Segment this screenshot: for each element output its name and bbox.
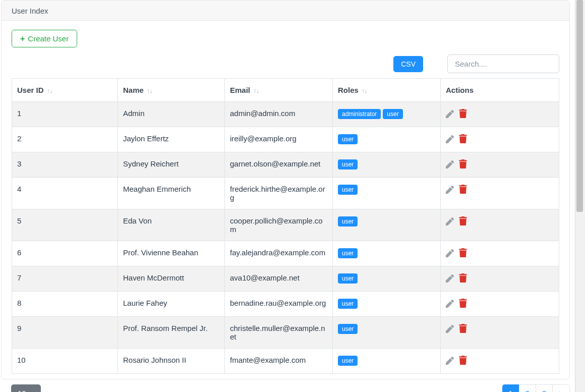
trash-icon <box>459 109 467 118</box>
page-3[interactable]: 3 <box>536 384 553 392</box>
cell-user-id: 4 <box>12 178 118 209</box>
cell-user-id: 3 <box>12 152 118 178</box>
table-row: 1Adminadmin@admin.comadministratoruser <box>12 102 559 127</box>
edit-button[interactable] <box>446 217 454 226</box>
cell-user-id: 8 <box>12 292 118 317</box>
delete-button[interactable] <box>459 134 467 143</box>
cell-actions <box>441 266 559 292</box>
cell-name: Rosario Johnson II <box>118 349 225 374</box>
page-next[interactable]: > <box>552 384 570 392</box>
delete-button[interactable] <box>459 356 467 365</box>
delete-button[interactable] <box>459 273 467 283</box>
cell-email: garnet.olson@example.net <box>225 152 333 178</box>
column-header-name[interactable]: Name ↑↓ <box>118 79 225 102</box>
cell-email: ireilly@example.org <box>225 127 333 152</box>
csv-label: CSV <box>401 60 416 68</box>
cell-roles: user <box>333 292 441 317</box>
card-header: User Index <box>2 1 569 21</box>
column-header-roles[interactable]: Roles ↑↓ <box>333 79 441 102</box>
table-row: 6Prof. Vivienne Beahanfay.alejandra@exam… <box>12 241 559 266</box>
edit-button[interactable] <box>446 357 454 365</box>
edit-button[interactable] <box>446 160 454 169</box>
table-row: 3Sydney Reichertgarnet.olson@example.net… <box>12 152 559 178</box>
create-user-button[interactable]: + Create User <box>12 30 77 47</box>
trash-icon <box>459 273 467 283</box>
cell-email: christelle.muller@example.net <box>225 317 333 349</box>
create-user-label: Create User <box>28 34 69 43</box>
role-badge: user <box>338 216 358 227</box>
role-badge: user <box>338 159 358 170</box>
cell-actions <box>441 349 559 374</box>
page-title: User Index <box>12 7 48 15</box>
cell-actions <box>441 127 559 152</box>
edit-button[interactable] <box>446 186 454 194</box>
cell-roles: administratoruser <box>333 102 441 127</box>
page-1[interactable]: 1 <box>502 384 519 392</box>
delete-button[interactable] <box>459 109 467 118</box>
delete-button[interactable] <box>459 216 467 226</box>
role-badge: user <box>338 324 358 334</box>
cell-roles: user <box>333 349 441 374</box>
cell-actions <box>441 102 559 127</box>
sort-arrows-icon: ↑↓ <box>47 87 52 94</box>
search-input[interactable] <box>447 54 559 73</box>
pencil-icon <box>446 186 454 194</box>
sort-arrows-icon: ↑↓ <box>362 87 367 94</box>
cell-roles: user <box>333 127 441 152</box>
table-row: 10Rosario Johnson IIfmante@example.comus… <box>12 349 559 374</box>
cell-roles: user <box>333 209 441 241</box>
role-badge: user <box>338 356 358 366</box>
cell-email: fay.alejandra@example.com <box>225 241 333 266</box>
page-size-value: 10 <box>18 389 26 392</box>
edit-button[interactable] <box>446 325 454 333</box>
role-badge: user <box>338 185 358 195</box>
edit-button[interactable] <box>446 300 454 308</box>
cell-name: Jaylon Effertz <box>118 127 225 152</box>
column-header-user-id[interactable]: User ID ↑↓ <box>12 79 118 102</box>
delete-button[interactable] <box>459 299 467 308</box>
edit-button[interactable] <box>446 249 454 257</box>
cell-user-id: 9 <box>12 317 118 349</box>
sort-arrows-icon: ↑↓ <box>147 87 152 94</box>
cell-name: Laurie Fahey <box>118 292 225 317</box>
cell-user-id: 1 <box>12 102 118 127</box>
browser-scrollbar[interactable] <box>575 0 585 392</box>
cell-name: Prof. Ransom Rempel Jr. <box>118 317 225 349</box>
delete-button[interactable] <box>459 324 467 333</box>
column-header-email[interactable]: Email ↑↓ <box>225 79 333 102</box>
sort-arrows-icon: ↑↓ <box>253 87 259 94</box>
plus-icon: + <box>20 35 25 43</box>
cell-roles: user <box>333 152 441 178</box>
role-badge: user <box>383 109 402 119</box>
delete-button[interactable] <box>459 185 467 194</box>
cell-email: frederick.hirthe@example.org <box>225 178 333 209</box>
edit-button[interactable] <box>446 135 454 143</box>
cell-name: Eda Von <box>118 209 225 241</box>
cell-user-id: 7 <box>12 266 118 292</box>
pencil-icon <box>446 110 454 118</box>
table-row: 8Laurie Faheybernadine.rau@example.orgus… <box>12 292 559 317</box>
trash-icon <box>459 216 467 226</box>
page-size-dropdown[interactable]: 10 <box>11 384 41 392</box>
cell-user-id: 6 <box>12 241 118 266</box>
cell-name: Haven McDermott <box>118 266 225 292</box>
cell-email: cooper.pollich@example.com <box>225 209 333 241</box>
pencil-icon <box>446 325 454 333</box>
cell-actions <box>441 152 559 178</box>
page-2[interactable]: 2 <box>519 384 536 392</box>
delete-button[interactable] <box>459 159 467 169</box>
trash-icon <box>459 324 467 333</box>
edit-button[interactable] <box>446 274 454 283</box>
edit-button[interactable] <box>446 110 454 118</box>
cell-email: fmante@example.com <box>225 349 333 374</box>
pencil-icon <box>446 249 454 257</box>
pencil-icon <box>446 135 454 143</box>
cell-actions <box>441 178 559 209</box>
table-row: 7Haven McDermottava10@example.netuser <box>12 266 559 292</box>
export-csv-button[interactable]: CSV <box>393 56 423 72</box>
delete-button[interactable] <box>459 248 467 257</box>
cell-email: ava10@example.net <box>225 266 333 292</box>
pencil-icon <box>446 160 454 169</box>
cell-actions <box>441 241 559 266</box>
role-badge: user <box>338 134 358 144</box>
